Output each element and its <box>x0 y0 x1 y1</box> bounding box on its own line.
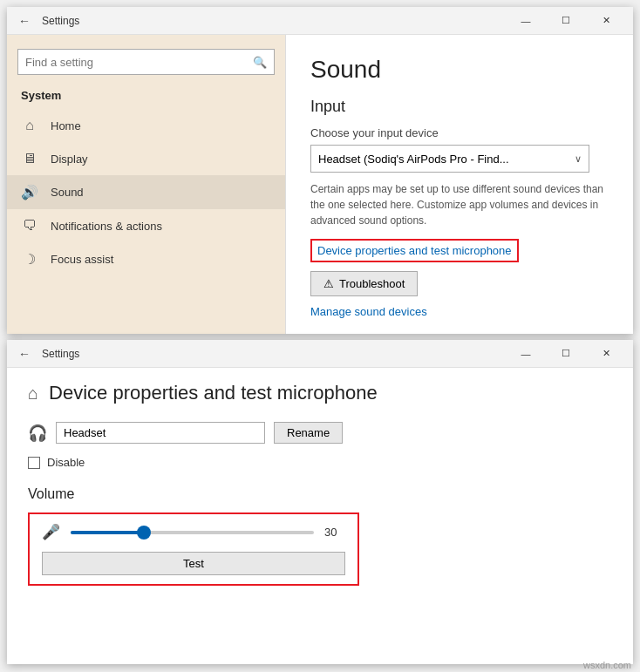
disable-row: Disable <box>28 456 612 469</box>
headset-icon: 🎧 <box>28 424 47 443</box>
volume-slider-fill <box>71 531 144 534</box>
section-title: Input <box>310 98 609 116</box>
sidebar-item-notifications[interactable]: 🗨 Notifications & actions <box>7 209 285 242</box>
info-text: Certain apps may be set up to use differ… <box>310 181 609 228</box>
search-box[interactable]: 🔍 <box>17 49 275 75</box>
close-button-top[interactable]: ✕ <box>586 7 626 35</box>
manage-sound-devices-link[interactable]: Manage sound devices <box>310 305 609 318</box>
device-name-row: 🎧 Rename <box>28 422 612 444</box>
volume-slider-thumb[interactable] <box>137 526 151 540</box>
home-icon-bottom: ⌂ <box>28 384 38 404</box>
minimize-button-top[interactable]: — <box>506 7 546 35</box>
title-bar-top: ← Settings — ☐ ✕ <box>7 7 633 35</box>
window-title-bottom: Settings <box>42 348 506 360</box>
test-button[interactable]: Test <box>42 552 345 575</box>
back-button-bottom[interactable]: ← <box>14 343 35 364</box>
maximize-button-bottom[interactable]: ☐ <box>546 340 586 368</box>
volume-value-label: 30 <box>324 526 345 539</box>
sidebar-label-sound: Sound <box>51 186 84 199</box>
volume-row: 🎤 30 Test <box>28 512 359 586</box>
sidebar-item-focus[interactable]: ☽ Focus assist <box>7 242 285 276</box>
warning-icon: ⚠ <box>323 277 334 290</box>
search-input[interactable] <box>25 56 253 69</box>
page-title: Sound <box>310 56 609 84</box>
sound-icon: 🔊 <box>21 184 38 200</box>
minimize-button-bottom[interactable]: — <box>506 340 546 368</box>
troubleshoot-label: Troubleshoot <box>339 277 405 290</box>
disable-checkbox[interactable] <box>28 457 40 469</box>
selected-device-name: Headset (Sodiq's AirPods Pro - Find... <box>318 153 509 166</box>
sidebar: 🔍 System ⌂ Home 🖥 Display 🔊 Sound 🗨 Noti… <box>7 35 286 334</box>
settings-layout-top: 🔍 System ⌂ Home 🖥 Display 🔊 Sound 🗨 Noti… <box>7 35 633 334</box>
troubleshoot-button[interactable]: ⚠ Troubleshoot <box>310 271 418 296</box>
window-controls-bottom: — ☐ ✕ <box>506 340 626 368</box>
notifications-icon: 🗨 <box>21 218 38 234</box>
title-bar-bottom: ← Settings — ☐ ✕ <box>7 340 633 368</box>
watermark: wsxdn.com <box>583 660 631 670</box>
volume-slider-container <box>71 531 314 534</box>
close-button-bottom[interactable]: ✕ <box>586 340 626 368</box>
system-label: System <box>7 85 285 109</box>
device-props-title: Device properties and test microphone <box>49 382 378 404</box>
sidebar-item-sound[interactable]: 🔊 Sound <box>7 175 285 209</box>
disable-label: Disable <box>47 456 85 469</box>
volume-section-title: Volume <box>28 486 612 502</box>
sidebar-item-display[interactable]: 🖥 Display <box>7 142 285 175</box>
input-device-select[interactable]: Headset (Sodiq's AirPods Pro - Find... ∨ <box>310 145 589 173</box>
volume-slider-track[interactable] <box>71 531 314 534</box>
sidebar-label-focus: Focus assist <box>51 253 113 266</box>
settings-window-bottom: ← Settings — ☐ ✕ ⌂ Device properties and… <box>7 340 633 664</box>
sidebar-label-notifications: Notifications & actions <box>51 220 162 233</box>
back-button-top[interactable]: ← <box>14 10 35 31</box>
display-icon: 🖥 <box>21 151 38 166</box>
focus-icon: ☽ <box>21 251 38 268</box>
device-properties-link[interactable]: Device properties and test microphone <box>310 239 519 262</box>
sidebar-item-home[interactable]: ⌂ Home <box>7 109 285 142</box>
main-content-top: Sound Input Choose your input device Hea… <box>286 35 633 334</box>
bottom-content: ⌂ Device properties and test microphone … <box>7 368 633 664</box>
settings-window-top: ← Settings — ☐ ✕ 🔍 System ⌂ Home 🖥 Displ… <box>7 7 633 334</box>
maximize-button-top[interactable]: ☐ <box>546 7 586 35</box>
choose-device-label: Choose your input device <box>310 126 609 139</box>
rename-button[interactable]: Rename <box>274 422 343 444</box>
window-controls-top: — ☐ ✕ <box>506 7 626 35</box>
chevron-down-icon: ∨ <box>575 153 582 165</box>
search-icon: 🔍 <box>253 56 267 69</box>
sidebar-label-home: Home <box>51 119 81 132</box>
home-icon: ⌂ <box>21 118 38 133</box>
window-title-top: Settings <box>42 15 506 27</box>
microphone-icon: 🎤 <box>42 523 60 541</box>
bottom-page-title-row: ⌂ Device properties and test microphone <box>28 382 612 404</box>
device-name-input[interactable] <box>56 422 265 444</box>
sidebar-label-display: Display <box>51 153 88 166</box>
